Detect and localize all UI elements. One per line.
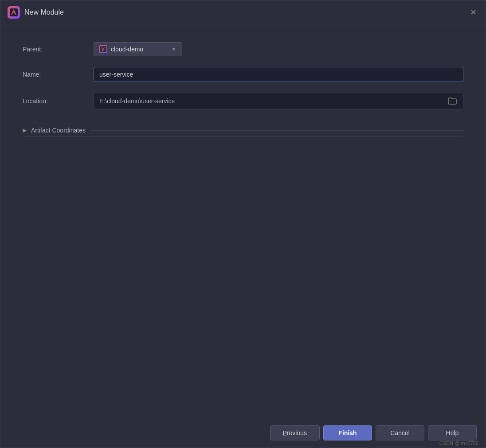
maven-icon: V	[99, 45, 107, 53]
new-module-dialog: New Module ✕ Parent: V cloud-demo ▼	[0, 0, 486, 448]
help-button[interactable]: Help	[428, 425, 477, 440]
title-bar: New Module ✕	[0, 0, 486, 24]
name-control	[94, 67, 463, 82]
location-row: Location: E:\cloud-demo\user-service	[23, 93, 463, 109]
title-bar-left: New Module	[8, 6, 64, 19]
location-label: Location:	[23, 97, 94, 105]
close-button[interactable]: ✕	[468, 7, 478, 18]
parent-label: Parent:	[23, 46, 94, 53]
artifact-coordinates-label: Artifact Coordinates	[31, 127, 86, 134]
previous-button[interactable]: Previous	[270, 425, 320, 440]
chevron-right-icon: ▶	[23, 127, 27, 133]
location-control: E:\cloud-demo\user-service	[94, 93, 463, 109]
dialog-footer: Previous Finish Cancel Help CSDN @hrui07…	[0, 418, 486, 448]
parent-value: cloud-demo	[111, 46, 143, 53]
name-input[interactable]	[94, 67, 463, 82]
parent-dropdown[interactable]: V cloud-demo ▼	[94, 42, 182, 56]
artifact-coordinates-section[interactable]: ▶ Artifact Coordinates	[23, 124, 463, 137]
parent-row: Parent: V cloud-demo ▼	[23, 42, 463, 56]
browse-folder-button[interactable]	[447, 97, 458, 105]
finish-button[interactable]: Finish	[323, 425, 372, 440]
parent-control: V cloud-demo ▼	[94, 42, 463, 56]
name-row: Name:	[23, 67, 463, 82]
app-icon	[8, 6, 20, 19]
cancel-button[interactable]: Cancel	[376, 425, 424, 440]
divider-line	[90, 130, 463, 131]
dropdown-arrow-icon: ▼	[171, 46, 176, 52]
content-spacer	[23, 140, 463, 400]
watermark: CSDN @hrui0706	[439, 440, 478, 446]
name-label: Name:	[23, 71, 94, 78]
location-value: E:\cloud-demo\user-service	[99, 97, 443, 105]
dialog-title: New Module	[24, 8, 64, 16]
dialog-content: Parent: V cloud-demo ▼ Name:	[0, 24, 486, 418]
previous-label: revious	[287, 429, 307, 436]
